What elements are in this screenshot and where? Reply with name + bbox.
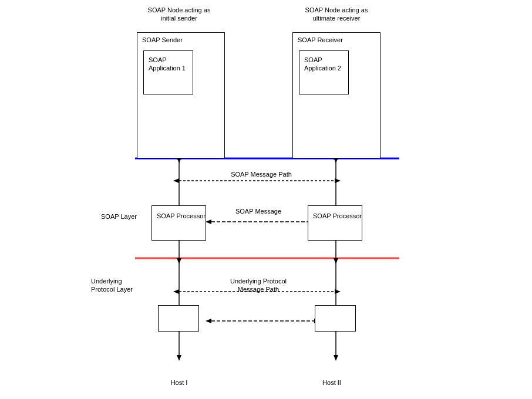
svg-marker-19	[177, 258, 181, 264]
soap-app1-box: SOAP Application 1	[143, 50, 193, 94]
transport-left-box	[158, 305, 199, 332]
svg-marker-3	[335, 178, 341, 183]
soap-receiver-label: SOAP Receiver	[298, 36, 343, 44]
soap-processor-right-label: SOAP Processor	[313, 212, 362, 220]
svg-marker-4	[173, 178, 179, 183]
soap-message-label: SOAP Message	[229, 207, 288, 215]
soap-node-sender-label: SOAP Node acting as initial sender	[141, 6, 217, 23]
soap-receiver-box: SOAP Receiver SOAP Application 2	[292, 32, 381, 158]
svg-marker-27	[177, 355, 181, 361]
soap-node-receiver-label: SOAP Node acting as ultimate receiver	[295, 6, 378, 23]
svg-marker-29	[334, 355, 338, 361]
soap-layer-label: SOAP Layer	[101, 212, 139, 221]
svg-marker-9	[335, 289, 341, 294]
soap-processor-right-box: SOAP Processor	[308, 205, 362, 241]
soap-app1-label: SOAP Application 1	[149, 56, 193, 73]
soap-sender-label: SOAP Sender	[142, 36, 183, 44]
soap-message-path-label: SOAP Message Path	[226, 170, 297, 178]
diagram-svg	[0, 0, 532, 399]
svg-marker-13	[206, 319, 211, 323]
underlying-protocol-message-path-label: Underlying Protocol Message Path	[217, 277, 299, 294]
svg-marker-7	[206, 219, 211, 224]
soap-processor-left-label: SOAP Processor	[157, 212, 206, 220]
soap-sender-box: SOAP Sender SOAP Application 1	[137, 32, 225, 158]
host-i-label: Host I	[153, 378, 206, 387]
transport-right-box	[315, 305, 356, 332]
underlying-protocol-layer-label: Underlying Protocol Layer	[91, 277, 141, 294]
svg-marker-10	[173, 289, 179, 294]
diagram-container: SOAP Node acting as initial sender SOAP …	[0, 0, 532, 399]
host-ii-label: Host II	[305, 378, 358, 387]
soap-processor-left-box: SOAP Processor	[151, 205, 206, 241]
soap-app2-box: SOAP Application 2	[299, 50, 349, 94]
svg-marker-21	[334, 258, 338, 264]
soap-app2-label: SOAP Application 2	[304, 56, 348, 73]
